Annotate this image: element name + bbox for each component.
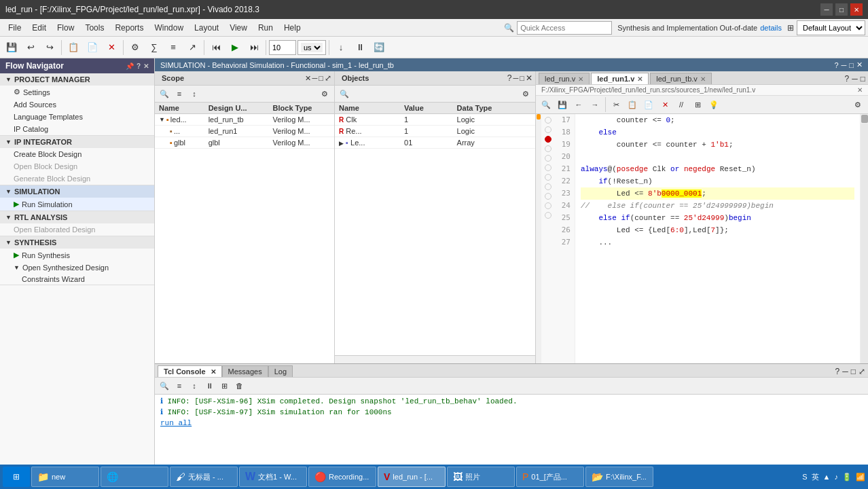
cancel-button[interactable]: ✕ <box>103 39 120 56</box>
scope-row-0[interactable]: ▼ ▪ led... led_run_tb Verilog M... <box>155 114 334 126</box>
objects-settings-btn[interactable]: ⚙ <box>519 87 532 101</box>
console-cmd-link[interactable]: run all <box>160 419 192 427</box>
taskbar-item-prod[interactable]: P 01_[产品... <box>516 467 584 487</box>
editor-delete-btn[interactable]: ✕ <box>657 97 672 112</box>
bp-24[interactable] <box>545 183 551 190</box>
scope-settings-btn[interactable]: ⚙ <box>318 87 331 101</box>
nav-section-header-synthesis[interactable]: ▼ SYNTHESIS <box>0 236 154 249</box>
nav-section-header-ip-integrator[interactable]: ▼ IP INTEGRATOR <box>0 136 154 148</box>
menu-help[interactable]: Help <box>278 22 306 34</box>
menu-run[interactable]: Run <box>253 22 278 34</box>
nav-section-header-rtl[interactable]: ▼ RTL ANALYSIS <box>0 211 154 223</box>
toolbar-extra-1[interactable]: ↓ <box>332 39 350 56</box>
menu-reports[interactable]: Reports <box>109 22 149 34</box>
editor-paste-btn[interactable]: 📄 <box>641 97 656 112</box>
console-min-icon[interactable]: ─ <box>842 367 848 376</box>
paste-button[interactable]: 📄 <box>84 39 101 56</box>
menu-window[interactable]: Window <box>149 22 189 34</box>
editor-light-btn[interactable]: 💡 <box>706 97 721 112</box>
taskbar-item-vivado[interactable]: V led_run - [... <box>378 467 446 487</box>
nav-item-run-simulation[interactable]: ▶ Run Simulation <box>0 198 154 211</box>
taskbar-start-button[interactable]: ⊞ <box>3 467 30 487</box>
undo-button[interactable]: ↩ <box>22 39 39 56</box>
code-lines[interactable]: counter <= 0; else counter <= counter + … <box>575 114 860 363</box>
sim-run-button[interactable]: ▶ <box>226 39 244 56</box>
editor-tab-led-run-v[interactable]: led_run.v ✕ <box>539 73 590 84</box>
scope-expand-0[interactable]: ▼ <box>159 116 165 123</box>
tcl-button[interactable]: ≡ <box>164 39 182 56</box>
bp-21[interactable] <box>545 155 551 162</box>
scope-tab[interactable]: Scope <box>158 73 188 84</box>
editor-cut-btn[interactable]: ✂ <box>609 97 623 112</box>
editor-tab-led-run1-v[interactable]: led_run1.v ✕ <box>591 73 649 84</box>
editor-back-btn[interactable]: ← <box>571 97 586 112</box>
scope-panel-expand-icon[interactable]: ⤢ <box>325 73 331 83</box>
bp-22[interactable] <box>545 164 551 171</box>
nav-section-header-simulation[interactable]: ▼ SIMULATION <box>0 185 154 198</box>
scope-panel-max-icon[interactable]: □ <box>319 74 323 82</box>
scope-search-btn[interactable]: 🔍 <box>158 87 171 101</box>
scope-panel-min-icon[interactable]: ─ <box>312 74 318 82</box>
editor-forward-btn[interactable]: → <box>587 97 602 112</box>
bp-18[interactable] <box>545 126 551 133</box>
tray-audio[interactable]: ♪ <box>835 473 839 481</box>
synth-details-link[interactable]: details <box>760 24 782 32</box>
console-tab-messages[interactable]: Messages <box>222 365 268 377</box>
sim-time-input[interactable] <box>269 40 296 55</box>
sim-unit-select[interactable]: us ns ps <box>301 43 323 52</box>
taskbar-item-photo[interactable]: 🖼 照片 <box>447 467 515 487</box>
close-button[interactable]: ✕ <box>850 3 863 16</box>
toolbar-restart[interactable]: 🔄 <box>370 39 388 56</box>
sim-panel-close-icon[interactable]: ✕ <box>856 60 863 69</box>
taskbar-item-browser[interactable]: 🌐 <box>101 467 168 487</box>
quick-access-input[interactable] <box>517 21 612 35</box>
console-clear-btn[interactable]: 🗑 <box>232 379 246 393</box>
taskbar-item-word[interactable]: W 文档1 - W... <box>239 467 307 487</box>
console-tab-log[interactable]: Log <box>268 365 293 377</box>
objects-expand-2[interactable]: ▶ <box>339 140 344 147</box>
sim-start-button[interactable]: ⏮ <box>207 39 225 56</box>
objects-panel-max-icon[interactable]: □ <box>520 74 524 82</box>
menu-layout[interactable]: Layout <box>189 22 224 34</box>
sim-time-value[interactable] <box>272 43 293 52</box>
bp-17[interactable] <box>545 117 551 124</box>
objects-scroll-bar[interactable] <box>335 355 535 363</box>
menu-file[interactable]: File <box>3 22 26 34</box>
editor-max-icon[interactable]: □ <box>861 74 865 84</box>
console-help-icon[interactable]: ? <box>835 367 840 376</box>
flow-nav-pin-icon[interactable]: 📌 <box>126 62 134 70</box>
editor-tab-led-run-tb-v[interactable]: led_run_tb.v ✕ <box>650 73 712 84</box>
nav-subitem-constraints-wizard[interactable]: Constraints Wizard <box>0 274 154 285</box>
taskbar-item-recording[interactable]: 🔴 Recording... <box>308 467 376 487</box>
editor-min-icon[interactable]: ─ <box>852 74 858 84</box>
bp-25[interactable] <box>545 193 551 200</box>
menu-flow[interactable]: Flow <box>52 22 79 34</box>
sim-panel-help-icon[interactable]: ? <box>834 61 838 69</box>
nav-item-add-sources[interactable]: Add Sources <box>0 98 154 111</box>
toolbar-pause[interactable]: ⏸ <box>351 39 369 56</box>
console-max-icon[interactable]: □ <box>851 367 856 376</box>
scope-expand-btn[interactable]: ↕ <box>187 87 201 101</box>
menu-view[interactable]: View <box>224 22 253 34</box>
script-button[interactable]: ↗ <box>183 39 201 56</box>
menu-edit[interactable]: Edit <box>26 22 52 34</box>
sim-panel-max-icon[interactable]: □ <box>849 61 854 69</box>
nav-section-header-project-manager[interactable]: ▼ PROJECT MANAGER <box>0 73 154 86</box>
maximize-button[interactable]: □ <box>835 3 848 16</box>
editor-save-btn[interactable]: 💾 <box>555 97 570 112</box>
taskbar-item-explorer[interactable]: 📂 F:\Xilinx_F... <box>585 467 653 487</box>
scope-filter-btn[interactable]: ≡ <box>173 87 186 101</box>
editor-path-close-icon[interactable]: ✕ <box>857 86 863 94</box>
objects-panel-min-icon[interactable]: ─ <box>513 74 519 82</box>
scope-panel-close-icon[interactable]: ✕ <box>305 74 311 83</box>
objects-panel-expand-icon[interactable]: ✕ <box>526 73 532 83</box>
objects-help-icon[interactable]: ? <box>507 73 512 83</box>
code-right-scrollbar[interactable] <box>860 114 868 363</box>
bp-27[interactable] <box>545 212 551 219</box>
sim-unit-dropdown[interactable]: us ns ps <box>297 40 326 55</box>
nav-item-language-templates[interactable]: Language Templates <box>0 111 154 123</box>
layout-dropdown[interactable]: Default Layout <box>797 20 865 35</box>
check-button[interactable]: ∑ <box>145 39 163 56</box>
nav-item-create-block-design[interactable]: Create Block Design <box>0 148 154 160</box>
nav-item-run-synthesis[interactable]: ▶ Run Synthesis <box>0 249 154 261</box>
